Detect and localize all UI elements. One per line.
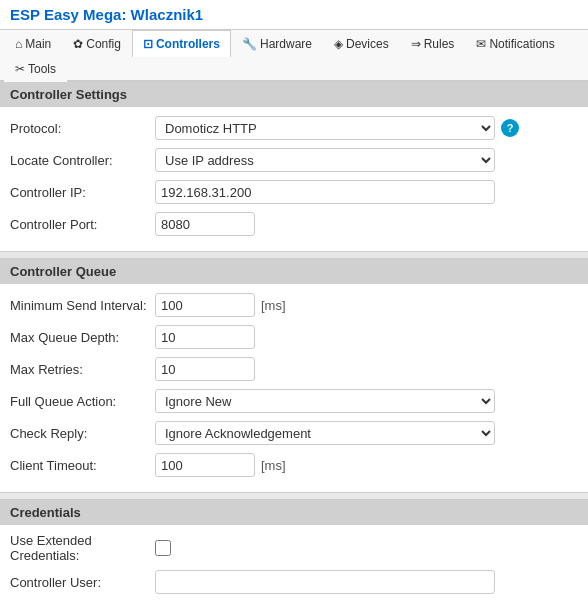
controller-ip-row: Controller IP: [10, 179, 578, 205]
full-queue-action-select[interactable]: Ignore New Delete Oldest [155, 389, 495, 413]
max-retries-label: Max Retries: [10, 362, 155, 377]
credentials-header: Credentials [0, 500, 588, 525]
controller-ip-input[interactable] [155, 180, 495, 204]
check-reply-label: Check Reply: [10, 426, 155, 441]
controller-user-input[interactable] [155, 570, 495, 594]
full-queue-action-label: Full Queue Action: [10, 394, 155, 409]
controller-settings-form: Protocol: Domoticz HTTP Domoticz MQTT HT… [0, 107, 588, 251]
tab-notifications[interactable]: ✉ Notifications [465, 30, 565, 57]
client-timeout-input[interactable] [155, 453, 255, 477]
config-icon: ✿ [73, 37, 83, 51]
main-icon: ⌂ [15, 37, 22, 51]
tab-rules[interactable]: ⇒ Rules [400, 30, 466, 57]
locate-select[interactable]: Use IP address Use hostname [155, 148, 495, 172]
controllers-icon: ⊡ [143, 37, 153, 51]
locate-label: Locate Controller: [10, 153, 155, 168]
controller-port-row: Controller Port: [10, 211, 578, 237]
check-reply-row: Check Reply: Ignore Acknowledgement Chec… [10, 420, 578, 446]
max-queue-depth-row: Max Queue Depth: [10, 324, 578, 350]
client-timeout-row: Client Timeout: [ms] [10, 452, 578, 478]
min-send-interval-row: Minimum Send Interval: [ms] [10, 292, 578, 318]
min-send-interval-unit: [ms] [261, 298, 286, 313]
client-timeout-label: Client Timeout: [10, 458, 155, 473]
title-bar: ESP Easy Mega: Wlacznik1 [0, 0, 588, 30]
max-queue-depth-label: Max Queue Depth: [10, 330, 155, 345]
devices-icon: ◈ [334, 37, 343, 51]
protocol-select[interactable]: Domoticz HTTP Domoticz MQTT HTTP MQTT [155, 116, 495, 140]
check-reply-select[interactable]: Ignore Acknowledgement Check Acknowledge… [155, 421, 495, 445]
credentials-form: Use Extended Credentials: Controller Use… [0, 525, 588, 600]
min-send-interval-input[interactable] [155, 293, 255, 317]
rules-icon: ⇒ [411, 37, 421, 51]
use-extended-checkbox[interactable] [155, 540, 171, 556]
tab-tools[interactable]: ✂ Tools [4, 55, 67, 82]
controller-settings-header: Controller Settings [0, 82, 588, 107]
controller-port-label: Controller Port: [10, 217, 155, 232]
max-retries-row: Max Retries: [10, 356, 578, 382]
tab-hardware[interactable]: 🔧 Hardware [231, 30, 323, 57]
use-extended-row: Use Extended Credentials: [10, 533, 578, 563]
use-extended-label: Use Extended Credentials: [10, 533, 155, 563]
tab-controllers[interactable]: ⊡ Controllers [132, 30, 231, 57]
help-icon[interactable]: ? [501, 119, 519, 137]
controller-queue-form: Minimum Send Interval: [ms] Max Queue De… [0, 284, 588, 492]
locate-controller-row: Locate Controller: Use IP address Use ho… [10, 147, 578, 173]
controller-user-row: Controller User: [10, 569, 578, 595]
tab-config[interactable]: ✿ Config [62, 30, 132, 57]
controller-port-input[interactable] [155, 212, 255, 236]
hardware-icon: 🔧 [242, 37, 257, 51]
divider-1 [0, 251, 588, 259]
client-timeout-unit: [ms] [261, 458, 286, 473]
max-queue-depth-input[interactable] [155, 325, 255, 349]
tab-main[interactable]: ⌂ Main [4, 30, 62, 57]
content-area: Controller Settings Protocol: Domoticz H… [0, 82, 588, 600]
controller-user-label: Controller User: [10, 575, 155, 590]
notifications-icon: ✉ [476, 37, 486, 51]
controller-ip-label: Controller IP: [10, 185, 155, 200]
tab-devices[interactable]: ◈ Devices [323, 30, 400, 57]
app-title: ESP Easy Mega: Wlacznik1 [10, 6, 203, 23]
nav-tabs: ⌂ Main ✿ Config ⊡ Controllers 🔧 Hardware… [0, 30, 588, 82]
divider-2 [0, 492, 588, 500]
tools-icon: ✂ [15, 62, 25, 76]
min-send-interval-label: Minimum Send Interval: [10, 298, 155, 313]
protocol-row: Protocol: Domoticz HTTP Domoticz MQTT HT… [10, 115, 578, 141]
full-queue-action-row: Full Queue Action: Ignore New Delete Old… [10, 388, 578, 414]
controller-queue-header: Controller Queue [0, 259, 588, 284]
protocol-label: Protocol: [10, 121, 155, 136]
max-retries-input[interactable] [155, 357, 255, 381]
